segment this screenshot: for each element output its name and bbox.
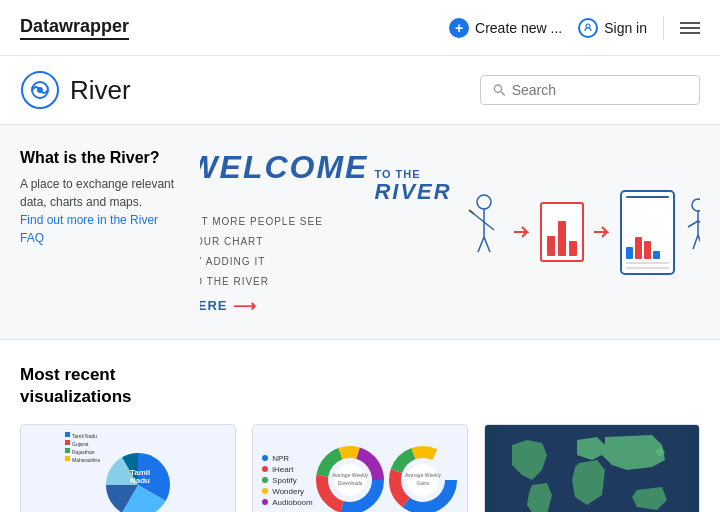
tagline: LET MORE PEOPLE SEEYOUR CHARTBY ADDING I… bbox=[200, 212, 323, 292]
svg-text:Tamil Nadu: Tamil Nadu bbox=[72, 433, 97, 439]
flow-arrow2-icon bbox=[592, 222, 612, 242]
svg-text:Rajasthan: Rajasthan bbox=[72, 449, 95, 455]
sign-in-button[interactable]: Sign in bbox=[578, 18, 647, 38]
svg-line-11 bbox=[484, 237, 490, 252]
river-title: River bbox=[70, 75, 131, 106]
chart-box bbox=[540, 202, 584, 262]
river-text: RIVER bbox=[374, 180, 451, 204]
svg-text:Gains: Gains bbox=[416, 480, 430, 486]
welcome-text: WELCOME bbox=[200, 149, 368, 186]
sign-in-label: Sign in bbox=[604, 20, 647, 36]
search-icon bbox=[493, 83, 506, 97]
svg-text:Maharashtra: Maharashtra bbox=[72, 457, 100, 463]
svg-text:Downloads: Downloads bbox=[338, 480, 363, 486]
svg-rect-24 bbox=[65, 456, 70, 461]
welcome-section: What is the River? A place to exchange r… bbox=[0, 125, 720, 340]
donut-area: NPR iHeart Spotify Wondery Audioboom Ave bbox=[253, 425, 467, 512]
faq-link[interactable]: Find out more in the River FAQ bbox=[20, 213, 158, 245]
create-new-icon: + bbox=[449, 18, 469, 38]
podcast-donut-chart2: Average Weekly Gains bbox=[388, 445, 458, 512]
svg-line-14 bbox=[688, 221, 698, 227]
world-map-chart bbox=[497, 425, 687, 512]
legend-item: iHeart bbox=[262, 465, 312, 474]
arrow-icon: ⟶ bbox=[233, 296, 257, 315]
svg-line-16 bbox=[693, 235, 698, 249]
svg-text:Average Weekly: Average Weekly bbox=[405, 472, 442, 478]
svg-line-10 bbox=[478, 237, 484, 252]
svg-line-7 bbox=[474, 214, 484, 222]
logo-area: Datawrapper bbox=[20, 16, 129, 40]
river-logo-area: River bbox=[20, 70, 131, 110]
svg-line-9 bbox=[484, 222, 494, 230]
search-box[interactable] bbox=[480, 75, 700, 105]
legend-item: Spotify bbox=[262, 476, 312, 485]
card-preview-india: Tamil Nadu Gujarat Rajasthan Maharashtra bbox=[21, 425, 235, 512]
river-icon bbox=[20, 70, 60, 110]
podcast-legend: NPR iHeart Spotify Wondery Audioboom bbox=[262, 454, 312, 507]
svg-point-3 bbox=[494, 85, 501, 92]
hamburger-menu[interactable] bbox=[680, 22, 700, 34]
card-preview-map bbox=[485, 425, 699, 512]
svg-text:Average Weekly: Average Weekly bbox=[332, 472, 369, 478]
viz-card-map: QUI UNDIQUE ERUNT (Copy) 2 days ago 1 Re… bbox=[484, 424, 700, 512]
welcome-banner: WELCOME TO THE RIVER LET MORE PEOPLE SEE… bbox=[200, 149, 452, 315]
svg-line-4 bbox=[501, 92, 505, 96]
svg-rect-20 bbox=[65, 440, 70, 445]
viz-card-podcast: NPR iHeart Spotify Wondery Audioboom Ave bbox=[252, 424, 468, 512]
header: Datawrapper + Create new ... Sign in bbox=[0, 0, 720, 56]
create-new-label: Create new ... bbox=[475, 20, 562, 36]
flow-arrow-icon bbox=[512, 222, 532, 242]
what-is-river-heading: What is the River? bbox=[20, 149, 180, 167]
svg-rect-22 bbox=[65, 448, 70, 453]
cards-row: Tamil Nadu Gujarat Rajasthan Maharashtra bbox=[20, 424, 700, 512]
header-divider bbox=[663, 16, 664, 40]
search-input[interactable] bbox=[512, 82, 687, 98]
svg-rect-18 bbox=[65, 432, 70, 437]
app-logo: Datawrapper bbox=[20, 16, 129, 40]
legend-item: NPR bbox=[262, 454, 312, 463]
what-is-river-desc: A place to exchange relevant data, chart… bbox=[20, 175, 180, 247]
svg-point-5 bbox=[477, 195, 491, 209]
svg-point-2 bbox=[37, 87, 43, 93]
stickman2-icon bbox=[683, 197, 700, 267]
svg-line-17 bbox=[698, 235, 700, 249]
card-preview-podcast: NPR iHeart Spotify Wondery Audioboom Ave bbox=[253, 425, 467, 512]
here-label: HERE ⟶ bbox=[200, 296, 257, 315]
svg-text:Nadu: Nadu bbox=[130, 476, 150, 485]
podcast-donut-chart: Average Weekly Downloads bbox=[315, 445, 385, 512]
india-pie-chart: Tamil Nadu Gujarat Rajasthan Maharashtra bbox=[63, 430, 193, 512]
welcome-visual: WELCOME TO THE RIVER LET MORE PEOPLE SEE… bbox=[200, 149, 700, 315]
what-is-river: What is the River? A place to exchange r… bbox=[20, 149, 180, 315]
svg-text:Gujarat: Gujarat bbox=[72, 441, 89, 447]
most-recent-heading: Most recentvisualizations bbox=[20, 364, 700, 408]
river-title-bar: River bbox=[0, 56, 720, 125]
create-new-button[interactable]: + Create new ... bbox=[449, 18, 562, 38]
legend-item: Wondery bbox=[262, 487, 312, 496]
sign-in-icon bbox=[578, 18, 598, 38]
stickman-pencil-icon bbox=[464, 192, 504, 272]
header-right: + Create new ... Sign in bbox=[449, 16, 700, 40]
svg-point-12 bbox=[692, 199, 700, 211]
most-recent-section: Most recentvisualizations Tamil Nadu Guj… bbox=[0, 340, 720, 512]
phone-chart bbox=[620, 190, 675, 275]
illustration-area bbox=[452, 190, 700, 275]
svg-line-8 bbox=[469, 210, 474, 214]
legend-item: Audioboom bbox=[262, 498, 312, 507]
viz-card-india: Tamil Nadu Gujarat Rajasthan Maharashtra bbox=[20, 424, 236, 512]
